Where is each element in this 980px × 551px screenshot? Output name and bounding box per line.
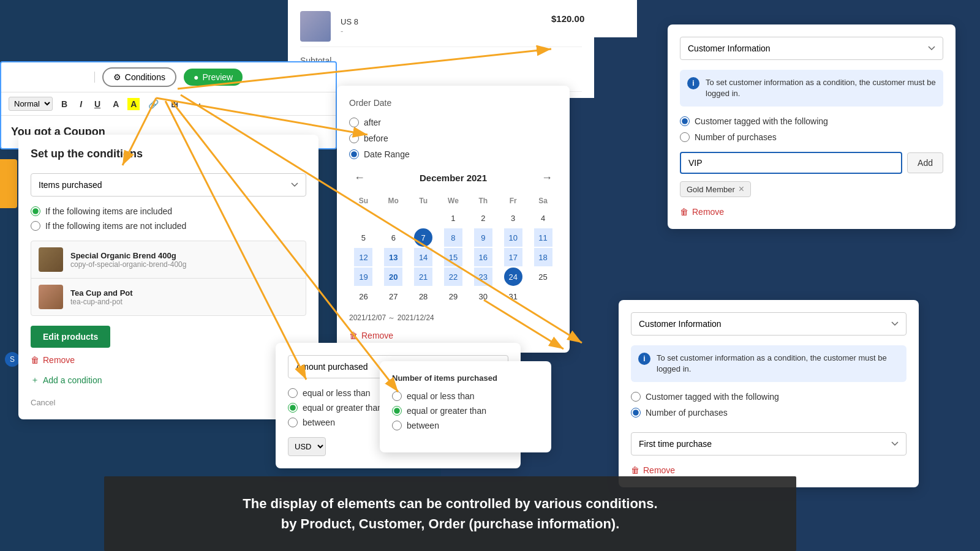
num-purchases-radio-bottom[interactable] <box>631 408 641 418</box>
customer-radio-group-bottom: Customer tagged with the following Numbe… <box>631 392 907 418</box>
daterange-option-label[interactable]: Date Range <box>349 149 557 159</box>
underline-button[interactable]: U <box>91 98 104 110</box>
include-radio-label[interactable]: If the following items are included <box>31 206 306 216</box>
cal-day-27[interactable]: 27 <box>384 287 402 305</box>
cal-day-15[interactable]: 15 <box>444 248 462 266</box>
cancel-link[interactable]: Cancel <box>31 398 55 407</box>
customer-tagged-radio-top[interactable] <box>680 116 690 126</box>
product-sku-1: tea-cup-and-pot <box>70 298 298 306</box>
items-between-radio[interactable] <box>392 421 402 430</box>
preview-button[interactable]: ● Preview <box>184 69 243 86</box>
cal-day-5[interactable]: 5 <box>354 228 372 247</box>
cal-day-4[interactable]: 4 <box>534 209 552 227</box>
vip-tag-input[interactable] <box>680 152 902 174</box>
conditions-button[interactable]: ⚙ Conditions <box>102 67 176 87</box>
cal-day-13[interactable]: 13 <box>384 248 402 266</box>
cal-day-8[interactable]: 8 <box>444 228 462 247</box>
condition-type-select[interactable]: Items purchased <box>31 173 306 197</box>
currency-select[interactable]: USD <box>288 437 326 456</box>
exclude-radio-label[interactable]: If the following items are not included <box>31 221 306 231</box>
customer-type-select-top[interactable]: Customer Information <box>680 37 943 60</box>
product-list: Special Organic Brend 400g copy-of-speci… <box>31 241 306 316</box>
equal-greater-radio[interactable] <box>288 403 298 413</box>
italic-button[interactable]: I <box>76 98 86 110</box>
between-text: between <box>303 418 335 427</box>
remove-customer-top-link[interactable]: 🗑 Remove <box>680 207 943 217</box>
text-color-button[interactable]: A <box>109 98 123 110</box>
preview-label: Preview <box>202 72 233 82</box>
cal-day-25[interactable]: 25 <box>534 268 552 286</box>
items-equal-less-radio[interactable] <box>392 391 402 401</box>
cal-day-9[interactable]: 9 <box>474 228 492 247</box>
daterange-radio[interactable] <box>349 149 359 159</box>
day-header-su: Su <box>349 194 378 208</box>
cal-day-19[interactable]: 19 <box>354 268 372 286</box>
cal-day-1[interactable]: 1 <box>444 209 462 227</box>
cal-day-14[interactable]: 14 <box>414 248 432 266</box>
more-options-button[interactable]: ··· <box>187 96 205 111</box>
cal-day-31[interactable]: 31 <box>504 287 522 305</box>
cal-day-16[interactable]: 16 <box>474 248 492 266</box>
customer-tagged-text-top: Customer tagged with the following <box>695 116 828 126</box>
remove-condition-link[interactable]: 🗑 Remove <box>31 355 306 365</box>
day-header-th: Th <box>469 194 497 208</box>
cal-day-30[interactable]: 30 <box>474 287 492 305</box>
customer-tagged-label-bottom[interactable]: Customer tagged with the following <box>631 392 907 402</box>
items-between-label[interactable]: between <box>392 421 539 430</box>
cal-day-22[interactable]: 22 <box>444 268 462 286</box>
link-button[interactable]: 🔗 <box>145 98 162 110</box>
cal-day-11[interactable]: 11 <box>534 228 552 247</box>
next-month-button[interactable]: → <box>537 169 557 187</box>
cal-day-7[interactable]: 7 <box>414 228 432 247</box>
after-radio[interactable] <box>349 118 359 127</box>
customer-type-select-bottom[interactable]: Customer Information <box>631 312 907 335</box>
remove-customer-bottom-link[interactable]: 🗑 Remove <box>631 465 907 475</box>
cal-day-28[interactable]: 28 <box>414 287 432 305</box>
cal-day-17[interactable]: 17 <box>504 248 522 266</box>
remove-calendar-link[interactable]: 🗑 Remove <box>349 331 557 340</box>
cal-day-18[interactable]: 18 <box>534 248 552 266</box>
cal-day-24[interactable]: 24 <box>504 268 522 286</box>
customer-tagged-radio-bottom[interactable] <box>631 392 641 402</box>
prev-month-button[interactable]: ← <box>349 169 370 187</box>
after-option-label[interactable]: after <box>349 118 557 127</box>
cal-day-23[interactable]: 23 <box>474 268 492 286</box>
text-style-select[interactable]: Normal <box>9 97 53 111</box>
cal-day-12[interactable]: 12 <box>354 248 372 266</box>
tag-remove-button[interactable]: × <box>739 184 744 194</box>
cal-day-2[interactable]: 2 <box>474 209 492 227</box>
num-purchases-radio-top[interactable] <box>680 132 690 142</box>
customer-info-box-top: i To set customer information as a condi… <box>680 70 943 107</box>
cal-day-21[interactable]: 21 <box>414 268 432 286</box>
add-condition-link[interactable]: ＋ Add a condition <box>31 375 306 386</box>
items-equal-less-text: equal or less than <box>407 391 475 401</box>
first-time-purchase-select[interactable]: First time purchase <box>631 432 907 455</box>
items-equal-greater-radio[interactable] <box>392 406 402 416</box>
items-equal-less-label[interactable]: equal or less than <box>392 391 539 401</box>
product-sku-0: copy-of-special-organic-brend-400g <box>70 260 298 269</box>
bold-button[interactable]: B <box>58 98 71 110</box>
highlight-button[interactable]: A <box>127 98 140 110</box>
add-tag-button[interactable]: Add <box>907 152 943 173</box>
num-purchases-label-bottom[interactable]: Number of purchases <box>631 408 907 418</box>
customer-tagged-label-top[interactable]: Customer tagged with the following <box>680 116 943 126</box>
cal-day-3[interactable]: 3 <box>504 209 522 227</box>
num-purchases-label-top[interactable]: Number of purchases <box>680 132 943 142</box>
between-radio[interactable] <box>288 418 298 427</box>
before-radio[interactable] <box>349 133 359 143</box>
include-radio[interactable] <box>31 206 40 216</box>
remove-cal-label: Remove <box>361 331 393 340</box>
equal-less-radio[interactable] <box>288 388 298 398</box>
trash-icon-cust-bottom: 🗑 <box>631 465 639 475</box>
cal-day-10[interactable]: 10 <box>504 228 522 247</box>
image-button[interactable]: ⊞ <box>167 98 182 110</box>
before-option-label[interactable]: before <box>349 133 557 143</box>
edit-products-button[interactable]: Edit products <box>31 326 110 348</box>
cal-day-29[interactable]: 29 <box>444 287 462 305</box>
cal-day-26[interactable]: 26 <box>354 287 372 305</box>
cal-day-6[interactable]: 6 <box>384 228 402 247</box>
items-equal-greater-label[interactable]: equal or greater than <box>392 406 539 416</box>
exclude-radio[interactable] <box>31 221 40 231</box>
cal-day-20[interactable]: 20 <box>384 268 402 286</box>
eye-icon: ● <box>194 72 198 82</box>
